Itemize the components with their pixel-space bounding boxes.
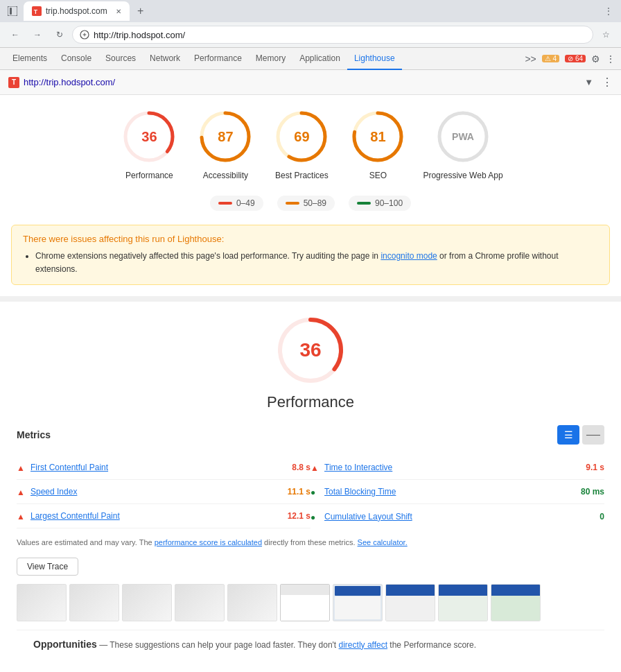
issues-body-text: Chrome extensions negatively affected th…: [35, 250, 598, 276]
back-button[interactable]: ←: [6, 25, 25, 44]
filmstrip-frame-10: [491, 584, 541, 621]
metric-lcp-name[interactable]: Largest Contentful Paint: [30, 511, 282, 521]
filmstrip-frame-4: [175, 584, 225, 621]
toggle-list-button[interactable]: ──: [582, 425, 604, 445]
issues-warning-box: There were issues affecting this run of …: [11, 225, 610, 285]
forward-button[interactable]: →: [28, 25, 47, 44]
directly-affect-link[interactable]: directly affect: [339, 640, 387, 650]
filmstrip-frame-6: [280, 584, 330, 621]
score-seo[interactable]: 81 SEO: [347, 109, 409, 182]
accessibility-label: Accessibility: [203, 170, 248, 182]
metric-si: ▲ Speed Index 11.1 s: [17, 480, 310, 504]
bookmark-icon[interactable]: ☆: [596, 25, 615, 44]
metric-si-icon: ▲: [17, 488, 25, 496]
score-performance[interactable]: 36 Performance: [118, 109, 180, 182]
legend-needs-improvement-range: 50–89: [304, 198, 326, 208]
tab-sources[interactable]: Sources: [98, 48, 143, 70]
new-tab-button[interactable]: +: [131, 1, 150, 21]
metric-tbt-name[interactable]: Total Blocking Time: [324, 487, 575, 497]
url-menu-icon[interactable]: ▼: [584, 77, 593, 87]
tab-network[interactable]: Network: [143, 48, 187, 70]
scores-container: 36 Performance 87 Accessibility: [0, 95, 621, 189]
metric-fcp-name[interactable]: First Contentful Paint: [30, 463, 286, 472]
pwa-label: Progressive Web App: [423, 170, 502, 182]
error-badge: ⊘ 64: [565, 55, 586, 62]
reload-button[interactable]: ↻: [50, 25, 69, 44]
opportunities-title: Opportunities: [33, 639, 97, 650]
tab-application[interactable]: Application: [292, 48, 347, 70]
legend-dot-poor: [218, 202, 232, 205]
tab-performance[interactable]: Performance: [187, 48, 249, 70]
gauge-seo: 81: [350, 109, 405, 164]
metric-lcp-value: 12.1 s: [288, 511, 310, 521]
svg-rect-0: [8, 6, 17, 16]
tab-lighthouse[interactable]: Lighthouse: [347, 48, 402, 70]
big-score-container: 36: [17, 316, 604, 385]
legend-poor-range: 0–49: [236, 198, 255, 208]
address-bar[interactable]: http://trip.hodspot.com/: [72, 26, 593, 44]
filmstrip-frame-5: [227, 584, 277, 621]
lighthouse-url: http://trip.hodspot.com/: [24, 77, 115, 87]
score-accessibility[interactable]: 87 Accessibility: [194, 109, 256, 182]
metric-tti-name[interactable]: Time to Interactive: [324, 463, 580, 472]
overflow-menu-icon[interactable]: ⋮: [606, 53, 615, 64]
tab-close-icon[interactable]: ✕: [116, 8, 121, 15]
filmstrip-frame-9: [438, 584, 488, 621]
metrics-header: Metrics ☰ ──: [17, 425, 604, 445]
more-tabs-icon[interactable]: >>: [525, 53, 536, 64]
metric-fcp: ▲ First Contentful Paint 8.8 s: [17, 456, 310, 480]
big-performance-score: 36: [299, 339, 321, 361]
legend-dot-needs-improvement: [286, 202, 299, 205]
calculator-link[interactable]: See calculator.: [358, 538, 408, 546]
tab-overflow-icon[interactable]: ⋮: [599, 6, 618, 16]
devtools-tab-bar: Elements Console Sources Network Perform…: [0, 48, 621, 70]
devtools-panel: Elements Console Sources Network Perform…: [0, 47, 621, 672]
metric-cls: ● Cumulative Layout Shift 0: [310, 504, 604, 528]
metric-si-value: 11.1 s: [288, 487, 310, 497]
settings-icon[interactable]: ⚙: [591, 53, 600, 64]
opportunities-suffix: the Performance score.: [390, 640, 476, 650]
seo-label: SEO: [369, 170, 387, 182]
url-text: http://trip.hodspot.com/: [94, 30, 185, 40]
filmstrip: [17, 584, 604, 621]
legend-needs-improvement: 50–89: [277, 196, 335, 211]
filmstrip-frame-1: [17, 584, 67, 621]
view-trace-button[interactable]: View Trace: [17, 558, 78, 576]
opportunities-section: Opportunities — These suggestions can he…: [17, 630, 604, 658]
score-best-practices[interactable]: 69 Best Practices: [270, 109, 333, 182]
devtools-status-icons: >> ⚠ 4 ⊘ 64 ⚙ ⋮: [525, 53, 615, 64]
metric-tbt-value: 80 ms: [581, 487, 604, 497]
filmstrip-frame-3: [122, 584, 172, 621]
performance-section-title: Performance: [17, 393, 604, 411]
active-tab[interactable]: T trip.hodspot.com ✕: [24, 1, 130, 21]
lighthouse-url-bar: T http://trip.hodspot.com/ ▼ ⋮: [0, 70, 621, 95]
toggle-treemap-button[interactable]: ☰: [557, 425, 579, 445]
tab-console[interactable]: Console: [54, 48, 98, 70]
metric-cls-value: 0: [600, 512, 604, 522]
gauge-accessibility: 87: [198, 109, 253, 164]
legend-dot-good: [357, 202, 371, 205]
url-options-icon[interactable]: ⋮: [602, 76, 613, 89]
metrics-grid: ▲ First Contentful Paint 8.8 s ▲ Time to…: [17, 456, 604, 528]
metric-si-name[interactable]: Speed Index: [30, 487, 282, 497]
metric-tti: ▲ Time to Interactive 9.1 s: [310, 456, 604, 480]
metric-cls-name[interactable]: Cumulative Layout Shift: [324, 512, 594, 522]
metric-lcp: ▲ Largest Contentful Paint 12.1 s: [17, 504, 310, 528]
navigation-bar: ← → ↻ http://trip.hodspot.com/ ☆: [0, 22, 621, 47]
big-gauge-performance: 36: [276, 316, 345, 385]
metrics-toggle: ☰ ──: [557, 425, 604, 445]
tab-memory[interactable]: Memory: [249, 48, 292, 70]
metric-fcp-icon: ▲: [17, 463, 25, 472]
pwa-label-inner: PWA: [452, 131, 474, 142]
score-pwa[interactable]: PWA Progressive Web App: [423, 109, 502, 182]
best-practices-label: Best Practices: [275, 170, 329, 182]
tab-elements[interactable]: Elements: [6, 48, 54, 70]
incognito-link[interactable]: incognito mode: [381, 251, 437, 261]
metric-lcp-icon: ▲: [17, 512, 25, 520]
legend-good: 90–100: [349, 196, 411, 211]
svg-rect-1: [10, 8, 12, 15]
opportunities-desc: — These suggestions can help your page l…: [99, 640, 338, 650]
legend-poor: 0–49: [210, 196, 263, 211]
perf-score-link[interactable]: performance score is calculated: [155, 538, 262, 546]
tab-back-icon: [3, 1, 22, 21]
